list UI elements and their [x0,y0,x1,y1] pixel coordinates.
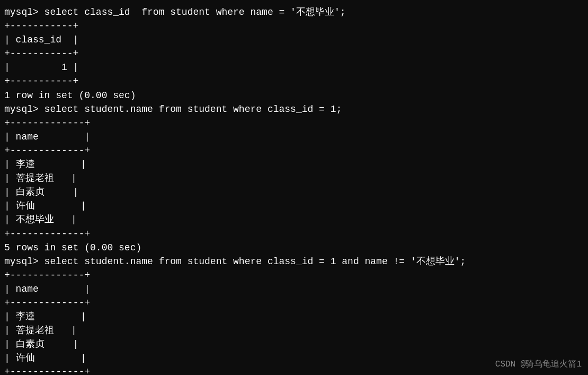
terminal-line: mysql> select class_id from student wher… [4,5,584,19]
terminal-line: | 1 | [4,60,584,74]
terminal-line: +-------------+ [4,144,584,158]
terminal-line: | 菩提老祖 | [4,171,584,185]
terminal-line: | 白素贞 | [4,337,584,351]
terminal-line: 1 row in set (0.00 sec) [4,89,584,102]
terminal-line: | class_id | [4,33,584,47]
terminal-line: +-------------+ [4,116,584,130]
terminal-window: mysql> select class_id from student wher… [0,0,588,375]
terminal-line: | 李逵 | [4,310,584,324]
terminal-line: | 菩提老祖 | [4,324,584,337]
terminal-line: +-----------+ [4,19,584,33]
terminal-line: 5 rows in set (0.00 sec) [4,241,584,255]
terminal-line: | name | [4,282,584,296]
terminal-line: +-----------+ [4,74,584,88]
terminal-line: | 许仙 | [4,199,584,213]
terminal-line: | 不想毕业 | [4,213,584,226]
terminal-line: +-------------+ [4,268,584,282]
terminal-line: | 白素贞 | [4,185,584,199]
terminal-line: +-------------+ [4,296,584,310]
terminal-line: +-----------+ [4,47,584,60]
terminal-line: +-------------+ [4,227,584,241]
terminal-line: mysql> select student.name from student … [4,255,584,268]
watermark: CSDN @骑乌龟追火箭1 [495,359,582,370]
terminal-line: mysql> select student.name from student … [4,102,584,116]
terminal-line: | name | [4,130,584,144]
terminal-line: | 李逵 | [4,158,584,171]
